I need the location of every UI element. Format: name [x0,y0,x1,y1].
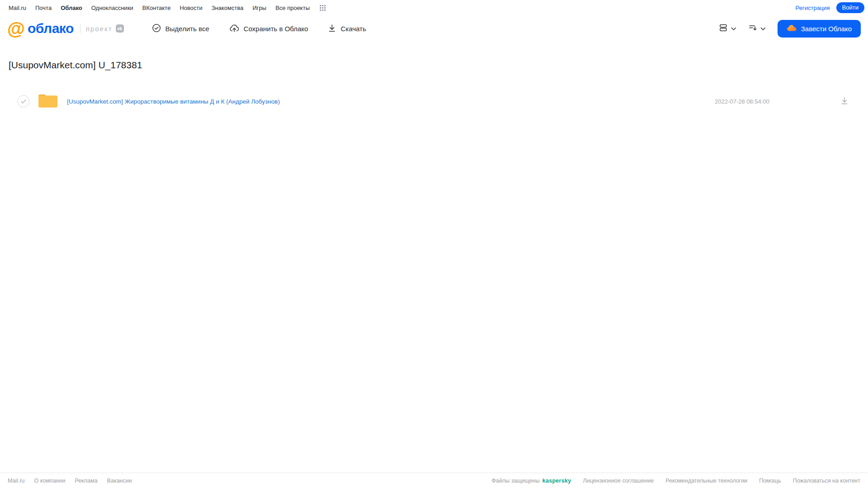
file-toolbar: Выделить все Сохранить в Облако Скачать [152,24,366,34]
mailru-at-icon: @ [7,20,25,37]
download-icon [840,96,849,107]
row-download-button[interactable] [840,96,849,107]
footer-link-mailru[interactable]: Mail.ru [8,478,25,484]
footer-link-company[interactable]: О компании [34,478,66,484]
footer-left-links: Mail.ru О компании Реклама Вакансии [8,478,132,484]
chevron-down-icon [731,25,736,32]
row-checkbox[interactable] [17,95,30,108]
nav-item-vkontakte[interactable]: ВКонтакте [142,5,171,11]
cloud-upload-icon [229,24,239,34]
download-label: Скачать [341,25,366,33]
nav-item-mailru[interactable]: Mail.ru [9,5,26,11]
sort-dropdown[interactable] [748,24,766,33]
portal-nav-right: Регистрация Войти [796,2,864,13]
login-button[interactable]: Войти [836,2,864,13]
project-label: проект [86,25,113,33]
vk-badge-icon: vk [116,24,124,33]
list-view-icon [719,24,728,33]
footer-link-jobs[interactable]: Вакансии [107,478,132,484]
save-to-cloud-label: Сохранить в Облако [244,25,308,33]
header-right-controls: Завести Облако [719,20,861,38]
nav-item-oblako[interactable]: Облако [61,5,82,11]
view-mode-dropdown[interactable] [719,24,736,33]
nav-item-igry[interactable]: Игры [252,5,266,11]
protected-text: Файлы защищены [492,478,540,484]
nav-item-pochta[interactable]: Почта [35,5,52,11]
download-button[interactable]: Скачать [328,24,366,34]
apps-grid-icon[interactable] [320,5,326,11]
select-all-label: Выделить все [166,25,209,33]
nav-item-odnoklassniki[interactable]: Одноклассники [91,5,133,11]
download-icon [328,24,336,34]
kaspersky-logo[interactable]: kaspersky [542,478,571,484]
select-all-button[interactable]: Выделить все [152,24,209,34]
kaspersky-protection: Файлы защищены kaspersky [492,478,571,484]
chevron-down-icon [760,25,766,32]
check-circle-icon [152,24,161,34]
get-cloud-button[interactable]: Завести Облако [778,20,861,38]
logo-divider [80,24,81,33]
orange-cloud-icon [787,24,797,33]
sort-icon [748,24,757,33]
portal-nav-links: Mail.ru Почта Облако Одноклассники ВКонт… [9,5,326,11]
save-to-cloud-button[interactable]: Сохранить в Облако [229,24,308,34]
file-name-link[interactable]: [UsupovMarket.com] Жирорастворимые витам… [67,98,280,105]
file-date: 2022-07-28 08:54:00 [715,98,769,105]
header: @ облако проект vk Выделить все Сохранит… [0,15,868,42]
footer-link-report[interactable]: Пожаловаться на контент [793,478,860,484]
file-row[interactable]: [UsupovMarket.com] Жирорастворимые витам… [7,90,861,112]
footer-link-recommendations[interactable]: Рекомендательные технологии [665,478,747,484]
folder-icon [38,92,58,111]
footer-link-help[interactable]: Помощь [759,478,781,484]
footer-link-ads[interactable]: Реклама [75,478,97,484]
page-title: [UsupovMarket.com] U_178381 [9,60,861,71]
nav-item-vse-proekty[interactable]: Все проекты [275,5,310,11]
get-cloud-label: Завести Облако [801,25,852,33]
logo-wordmark: облако [28,21,74,36]
footer-link-license[interactable]: Лицензионное соглашение [583,478,654,484]
main-content: [UsupovMarket.com] U_178381 [UsupovMarke… [0,60,868,112]
footer: Mail.ru О компании Реклама Вакансии Файл… [0,473,868,488]
nav-item-znakomstva[interactable]: Знакомства [211,5,243,11]
portal-nav: Mail.ru Почта Облако Одноклассники ВКонт… [0,0,868,15]
footer-right-links: Файлы защищены kaspersky Лицензионное со… [492,478,860,484]
cloud-logo[interactable]: @ облако проект vk [7,20,124,37]
registration-link[interactable]: Регистрация [796,5,830,11]
nav-item-novosti[interactable]: Новости [180,5,202,11]
